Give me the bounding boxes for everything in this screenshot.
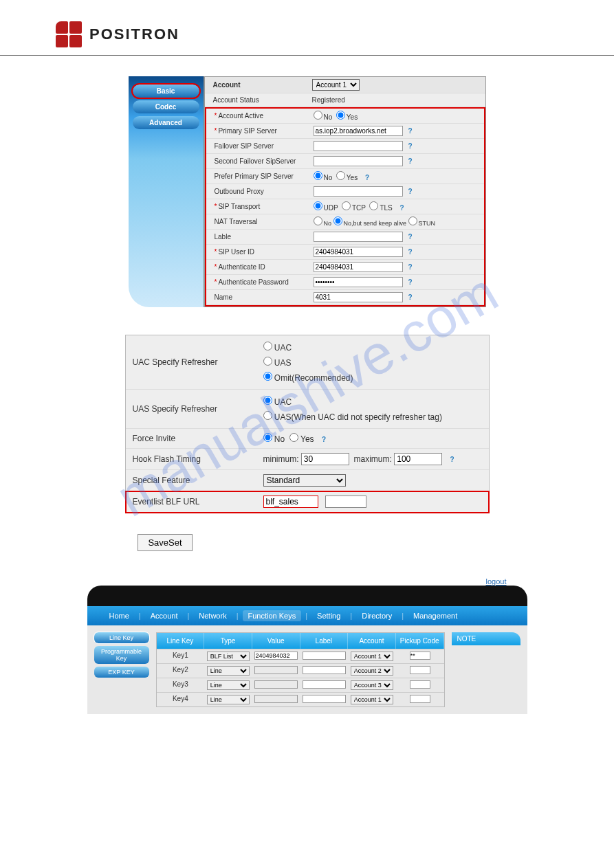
help-icon[interactable]: ? (408, 263, 413, 271)
linekey-table: Line Key Type Value Label Account Pickup… (156, 632, 445, 707)
tcp-radio[interactable] (342, 201, 351, 210)
name-label: Name (210, 293, 314, 301)
advanced-screenshot: UAC Specify Refresher UAC UAS Omit(Recom… (125, 335, 490, 513)
side-programmable[interactable]: Programmable Key (94, 646, 149, 664)
nav-account[interactable]: Account (145, 610, 184, 621)
help-icon[interactable]: ? (408, 293, 413, 301)
account-select[interactable]: Account 1 (312, 79, 360, 91)
account-screenshot: Basic Codec Advanced Account Account 1 A… (129, 76, 486, 307)
special-select[interactable]: Standard (263, 474, 346, 487)
name-input[interactable] (314, 292, 403, 302)
type-select[interactable]: Line (207, 666, 250, 676)
tls-radio[interactable] (369, 201, 378, 210)
force-yes-radio[interactable] (289, 433, 298, 442)
tab-basic[interactable]: Basic (133, 85, 199, 98)
tab-advanced[interactable]: Advanced (133, 116, 199, 129)
udp-radio[interactable] (314, 201, 322, 210)
logout-link[interactable]: logout (486, 577, 507, 586)
value-input[interactable] (254, 680, 297, 689)
nat-keep-radio[interactable] (333, 216, 342, 225)
pickup-input[interactable] (410, 666, 430, 674)
authid-input[interactable] (314, 262, 403, 272)
account-heading: Account (209, 81, 312, 89)
help-icon[interactable]: ? (408, 127, 413, 135)
col-account: Account (348, 633, 396, 649)
pickup-input[interactable] (410, 652, 430, 660)
value-input[interactable] (254, 652, 297, 660)
col-type: Type (204, 633, 252, 649)
value-input[interactable] (254, 666, 297, 674)
nat-no-radio[interactable] (314, 216, 322, 225)
authid-label: Authenticate ID (218, 263, 265, 271)
sipuser-input[interactable] (314, 247, 403, 257)
key-cell: Key1 (157, 649, 205, 663)
nav-directory[interactable]: Directory (356, 610, 397, 621)
help-icon[interactable]: ? (450, 456, 454, 463)
saveset-button[interactable]: SaveSet (138, 534, 193, 551)
failover-input[interactable] (314, 141, 403, 151)
help-icon[interactable]: ? (408, 248, 413, 256)
help-icon[interactable]: ? (408, 142, 413, 150)
authpw-input[interactable] (314, 277, 403, 287)
help-icon[interactable]: ? (408, 233, 413, 241)
lable-input[interactable] (314, 232, 403, 242)
nav-home[interactable]: Home (104, 610, 135, 621)
nav-management[interactable]: Management (408, 610, 463, 621)
key-cell: Key2 (157, 664, 205, 678)
primary-input[interactable] (314, 126, 403, 136)
logo-icon (55, 21, 83, 48)
help-icon[interactable]: ? (400, 204, 404, 212)
type-select[interactable]: BLF List (207, 652, 250, 661)
account-select[interactable]: Account 1 (351, 652, 393, 661)
lable-label: Lable (210, 233, 314, 241)
uac-radio-omit[interactable] (263, 372, 272, 381)
table-row: Key2LineAccount 2 (157, 663, 444, 678)
account-panel: Account Account 1 Account Status Registe… (204, 76, 486, 307)
blf-input-2[interactable] (325, 496, 366, 508)
label-input[interactable] (303, 652, 345, 660)
help-icon[interactable]: ? (322, 436, 326, 443)
active-no-radio[interactable] (314, 111, 322, 120)
pickup-input[interactable] (410, 695, 430, 703)
nav-setting[interactable]: Setting (311, 610, 346, 621)
prefer-yes-radio[interactable] (336, 171, 345, 180)
account-select[interactable]: Account 3 (351, 680, 393, 690)
active-yes-radio[interactable] (336, 111, 345, 120)
linekey-screenshot: logout Home| Account| Network| Function … (87, 586, 527, 714)
value-input[interactable] (254, 695, 297, 703)
label-input[interactable] (303, 680, 345, 689)
type-select[interactable]: Line (207, 695, 250, 704)
hook-min-input[interactable] (301, 453, 349, 465)
brand-name: POSITRON (89, 25, 179, 43)
account-select[interactable]: Account 2 (351, 666, 393, 676)
account-select[interactable]: Account 1 (351, 695, 393, 704)
blf-label: Eventlist BLF URL (133, 497, 263, 507)
help-icon[interactable]: ? (365, 174, 369, 181)
uas-radio-uas[interactable] (263, 411, 272, 420)
force-no-radio[interactable] (263, 433, 272, 442)
col-label: Label (300, 633, 349, 649)
blf-input[interactable] (263, 496, 318, 508)
hook-max-input[interactable] (394, 453, 442, 465)
note-card: NOTE (452, 632, 520, 707)
nav-network[interactable]: Network (193, 610, 232, 621)
uas-radio-uac[interactable] (263, 396, 272, 405)
help-icon[interactable]: ? (408, 188, 413, 195)
label-input[interactable] (303, 666, 345, 674)
side-expkey[interactable]: EXP KEY (94, 667, 149, 678)
nav-function-keys[interactable]: Function Keys (243, 610, 302, 621)
label-input[interactable] (303, 695, 345, 703)
nat-stun-radio[interactable] (408, 216, 417, 225)
col-pickup: Pickup Code (396, 633, 444, 649)
help-icon[interactable]: ? (408, 278, 413, 286)
uac-radio-uas[interactable] (263, 357, 272, 366)
tab-codec[interactable]: Codec (133, 100, 199, 113)
side-linekey[interactable]: Line Key (94, 632, 149, 643)
help-icon[interactable]: ? (408, 157, 413, 165)
second-failover-input[interactable] (314, 156, 403, 166)
uac-radio-uac[interactable] (263, 342, 272, 350)
pickup-input[interactable] (410, 680, 430, 689)
prefer-no-radio[interactable] (314, 171, 322, 180)
outbound-input[interactable] (314, 186, 403, 197)
type-select[interactable]: Line (207, 680, 250, 690)
